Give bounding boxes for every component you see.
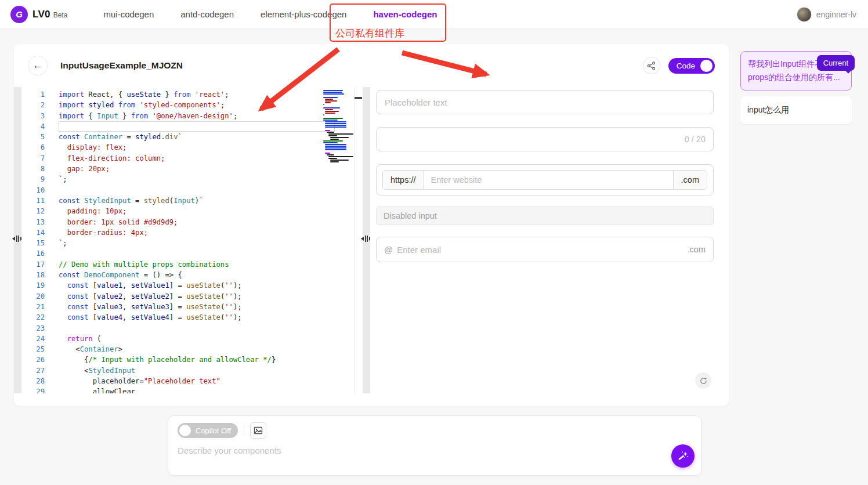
- share-button[interactable]: [643, 57, 660, 74]
- back-button[interactable]: ←: [28, 56, 48, 75]
- code-line[interactable]: 8 gap: 20px;: [21, 164, 363, 174]
- main-nav: mui-codegenantd-codegenelement-plus-code…: [104, 9, 437, 19]
- refresh-preview-button[interactable]: [695, 372, 711, 389]
- char-counter: 0 / 20: [685, 128, 706, 151]
- code-line[interactable]: 3import { Input } from '@one/haven-desig…: [21, 111, 363, 121]
- preview-input-counter: 0 / 20: [376, 127, 714, 151]
- editor-minimap[interactable]: [323, 90, 353, 163]
- prompt-input[interactable]: [178, 446, 653, 469]
- refresh-icon: [699, 377, 708, 385]
- code-line[interactable]: 24 return (: [21, 334, 363, 344]
- left-resize-gutter[interactable]: [14, 87, 21, 393]
- code-line[interactable]: 10: [21, 185, 363, 196]
- current-badge: Current: [817, 55, 855, 71]
- workspace-card: ← InputUsageExample_MJOZN Code: [14, 44, 729, 406]
- history-item-current[interactable]: Current 帮我列出Input组件不同 props的组合使用的所有...: [740, 51, 852, 91]
- nav-item-antd-codegen[interactable]: antd-codegen: [180, 9, 234, 19]
- upload-image-button[interactable]: [250, 422, 266, 439]
- brand-logo-group[interactable]: G LV0 Beta: [10, 6, 68, 23]
- code-line[interactable]: 16: [21, 248, 363, 259]
- code-line[interactable]: 14 border-radius: 4px;: [21, 227, 363, 238]
- code-line[interactable]: 13 border: 1px solid #d9d9d9;: [21, 217, 363, 227]
- code-line[interactable]: 20 const [value2, setValue2] = useState(…: [21, 291, 363, 302]
- cursor-marker: [355, 97, 362, 99]
- code-lines: 1import React, { useState } from 'react'…: [21, 89, 363, 393]
- code-line[interactable]: 23: [21, 323, 363, 334]
- generate-button[interactable]: [671, 444, 695, 468]
- component-preview-pane: 0 / 20 https:// .com @ .com: [370, 87, 729, 393]
- addon-after: .com: [673, 171, 707, 189]
- history-item-text-line2: props的组合使用的所有...: [748, 71, 844, 84]
- code-line[interactable]: 28 placeholder="Placeholder text": [21, 376, 363, 386]
- code-line[interactable]: 19 const [value1, setValue1] = useState(…: [21, 280, 363, 291]
- image-icon: [254, 426, 263, 435]
- code-view-toggle[interactable]: Code: [668, 58, 715, 74]
- card-header: ← InputUsageExample_MJOZN Code: [14, 44, 729, 87]
- history-item[interactable]: input怎么用: [740, 96, 852, 124]
- preview-input-website: https:// .com: [376, 164, 714, 196]
- code-line[interactable]: 18const DemoComponent = () => {: [21, 270, 363, 280]
- prompt-history-sidebar: Current 帮我列出Input组件不同 props的组合使用的所有... i…: [740, 51, 852, 124]
- text-input[interactable]: [377, 91, 713, 114]
- code-line[interactable]: 15`;: [21, 238, 363, 248]
- preview-input-placeholder: [376, 90, 714, 114]
- app-logo-icon: G: [10, 6, 28, 23]
- disabled-input: [377, 207, 713, 225]
- magic-wand-icon: [677, 450, 689, 462]
- middle-resize-gutter[interactable]: [363, 87, 370, 393]
- top-header: G LV0 Beta mui-codegenantd-codegenelemen…: [0, 0, 868, 29]
- text-input[interactable]: [377, 128, 713, 151]
- code-line[interactable]: 7 flex-direction: column;: [21, 153, 363, 164]
- code-line[interactable]: 22 const [value4, setValue4] = useState(…: [21, 312, 363, 323]
- history-item-text: input怎么用: [747, 105, 789, 115]
- code-line[interactable]: 17// Demo with multiple props combinatio…: [21, 259, 363, 270]
- code-line[interactable]: 6 display: flex;: [21, 142, 363, 153]
- code-line[interactable]: 2import styled from 'styled-components';: [21, 100, 363, 110]
- share-icon: [647, 61, 656, 70]
- nav-item-element-plus-codegen[interactable]: element-plus-codegen: [261, 9, 346, 19]
- avatar: [797, 7, 812, 22]
- code-line[interactable]: 12 padding: 10px;: [21, 206, 363, 216]
- code-line[interactable]: 11const StyledInput = styled(Input)`: [21, 196, 363, 206]
- code-line[interactable]: 25 <Container>: [21, 344, 363, 354]
- code-toggle-label: Code: [677, 61, 695, 70]
- user-name: enginner-lv: [816, 10, 856, 19]
- toggle-knob: [179, 425, 191, 436]
- page-title: InputUsageExample_MJOZN: [60, 60, 183, 71]
- nav-item-mui-codegen[interactable]: mui-codegen: [104, 9, 154, 19]
- toggle-knob: [700, 60, 713, 72]
- nav-item-haven-codegen[interactable]: haven-codegen: [373, 9, 437, 19]
- email-prefix: @: [377, 245, 393, 255]
- code-line[interactable]: 29 allowClear: [21, 386, 363, 393]
- code-line[interactable]: 4: [21, 121, 363, 132]
- code-line[interactable]: 21 const [value3, setValue3] = useState(…: [21, 302, 363, 312]
- email-input[interactable]: [393, 237, 687, 262]
- email-suffix: .com: [688, 245, 713, 254]
- code-editor[interactable]: 1import React, { useState } from 'react'…: [21, 87, 363, 393]
- code-line[interactable]: 27 <StyledInput: [21, 365, 363, 376]
- preview-input-email: @ .com: [376, 237, 714, 262]
- website-input[interactable]: [424, 171, 673, 189]
- divider: [244, 426, 244, 435]
- addon-before: https://: [383, 171, 424, 189]
- copilot-toggle-label: Copilot Off: [196, 426, 231, 435]
- user-menu[interactable]: enginner-lv: [797, 0, 856, 29]
- code-line[interactable]: 1import React, { useState } from 'react'…: [21, 89, 363, 100]
- preview-input-disabled: [376, 207, 714, 225]
- copilot-toggle[interactable]: Copilot Off: [178, 423, 238, 438]
- code-line[interactable]: 5const Container = styled.div`: [21, 132, 363, 142]
- brand-name: LV0: [32, 9, 50, 20]
- prompt-composer: Copilot Off: [168, 415, 701, 476]
- code-line[interactable]: 9`;: [21, 174, 363, 184]
- beta-label: Beta: [53, 11, 68, 19]
- code-line[interactable]: 26 {/* Input with placeholder and allowC…: [21, 354, 363, 365]
